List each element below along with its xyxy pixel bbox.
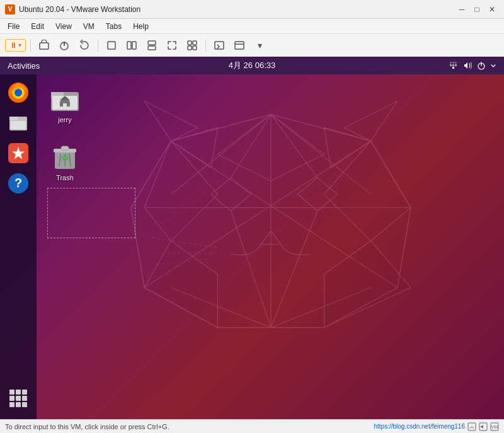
trash-icon (50, 141, 80, 171)
cat-illustration (38, 74, 504, 419)
svg-rect-72 (61, 146, 69, 150)
menu-help[interactable]: Help (128, 21, 154, 32)
svg-marker-52 (324, 241, 411, 327)
settings-button[interactable] (231, 37, 248, 54)
svg-text:VM: VM (491, 425, 498, 429)
ubuntu-dock: ? (0, 74, 37, 419)
svg-rect-7 (188, 41, 192, 45)
svg-rect-15 (452, 62, 454, 64)
network-icon (449, 61, 459, 71)
desktop-icon-trash[interactable]: Trash (43, 139, 87, 184)
dock-firefox[interactable] (5, 79, 32, 106)
trash-label: Trash (56, 174, 74, 182)
unity-button[interactable] (183, 37, 201, 54)
svg-marker-23 (144, 101, 198, 141)
svg-rect-14 (450, 62, 452, 64)
apps-grid-icon (9, 390, 27, 407)
close-button[interactable]: ✕ (485, 3, 499, 16)
ubuntu-desktop[interactable]: ? (0, 74, 504, 419)
svg-rect-6 (148, 46, 156, 50)
view-split-h-button[interactable] (123, 37, 140, 54)
toolbar-separator-1 (30, 39, 31, 52)
svg-rect-18 (452, 64, 454, 66)
fullscreen-button[interactable] (163, 37, 181, 54)
console-button[interactable] (210, 37, 228, 54)
svg-rect-16 (455, 62, 457, 64)
svg-line-42 (231, 211, 271, 328)
status-message: To direct input to this VM, click inside… (5, 423, 169, 430)
url-hint: https://blog.csdn.net/feimeng116 (374, 423, 465, 430)
svg-rect-17 (450, 64, 452, 66)
view-single-button[interactable] (103, 37, 120, 54)
menu-view[interactable]: View (50, 21, 77, 32)
power-button[interactable] (55, 37, 73, 54)
view-split-v-button[interactable] (143, 37, 161, 54)
svg-line-43 (271, 211, 318, 328)
svg-marker-24 (344, 101, 398, 141)
toolbar-separator-2 (98, 39, 98, 52)
ubuntu-vm-container: Activities 4月 26 06:33 (0, 57, 504, 419)
send-ctrl-alt-del-button[interactable] (35, 37, 53, 54)
svg-text:?: ? (14, 176, 22, 190)
window-controls: ─ □ ✕ (455, 3, 499, 16)
svg-rect-4 (132, 42, 136, 49)
menu-edit[interactable]: Edit (26, 21, 49, 32)
desktop-icon-jerry[interactable]: jerry (43, 81, 87, 126)
svg-rect-60 (9, 117, 18, 120)
tray-vm-icon: VM (490, 422, 499, 431)
maximize-button[interactable]: □ (470, 3, 484, 16)
jerry-label: jerry (58, 116, 71, 124)
vmware-toolbar: ⏸ ▾ ▾ (0, 34, 504, 57)
dock-appstore[interactable] (5, 140, 32, 166)
svg-rect-3 (127, 42, 131, 49)
svg-rect-61 (11, 121, 26, 129)
svg-rect-9 (188, 46, 192, 50)
svg-rect-0 (40, 43, 49, 49)
tray-network-icon (467, 422, 476, 431)
svg-marker-51 (144, 241, 217, 327)
vmware-statusbar: To direct input to this VM, click inside… (0, 419, 504, 433)
jerry-icon (50, 83, 80, 113)
menu-vm[interactable]: VM (78, 21, 100, 32)
pause-button[interactable]: ⏸ ▾ (5, 39, 26, 52)
svg-rect-5 (148, 41, 156, 45)
minimize-button[interactable]: ─ (455, 3, 469, 16)
svg-marker-50 (324, 141, 411, 241)
revert-button[interactable] (76, 37, 93, 54)
ubuntu-clock: 4月 26 06:33 (229, 60, 275, 71)
svg-rect-12 (235, 42, 244, 49)
dock-help[interactable]: ? (5, 170, 32, 197)
svg-rect-20 (452, 67, 454, 69)
svg-rect-11 (215, 42, 224, 49)
vmware-titlebar: V Ubuntu 20.04 - VMware Workstation ─ □ … (0, 0, 504, 19)
more-button[interactable]: ▾ (251, 37, 268, 54)
window-title: Ubuntu 20.04 - VMware Workstation (19, 5, 455, 14)
menu-file[interactable]: File (3, 21, 25, 32)
volume-icon (462, 61, 472, 71)
systray-arrow-icon (490, 62, 496, 69)
svg-rect-10 (193, 46, 197, 50)
power-status-icon (476, 61, 486, 71)
menu-tabs[interactable]: Tabs (101, 21, 127, 32)
vmware-menubar: File Edit View VM Tabs Help (0, 19, 504, 34)
ubuntu-topbar: Activities 4月 26 06:33 (0, 57, 504, 74)
svg-rect-8 (193, 41, 197, 45)
activities-button[interactable]: Activities (8, 61, 40, 71)
tray-audio-icon (479, 422, 488, 431)
vmware-icon: V (5, 4, 15, 14)
toolbar-separator-3 (205, 39, 206, 52)
desktop-icons: jerry (43, 81, 87, 184)
dock-apps-grid[interactable] (5, 385, 32, 412)
svg-rect-2 (108, 42, 115, 49)
svg-line-38 (231, 114, 271, 177)
statusbar-right: https://blog.csdn.net/feimeng116 VM (374, 422, 499, 431)
svg-marker-49 (144, 141, 217, 241)
ubuntu-systray (449, 61, 496, 71)
dock-files[interactable] (5, 110, 32, 136)
svg-rect-19 (455, 64, 457, 66)
svg-point-58 (14, 89, 22, 96)
